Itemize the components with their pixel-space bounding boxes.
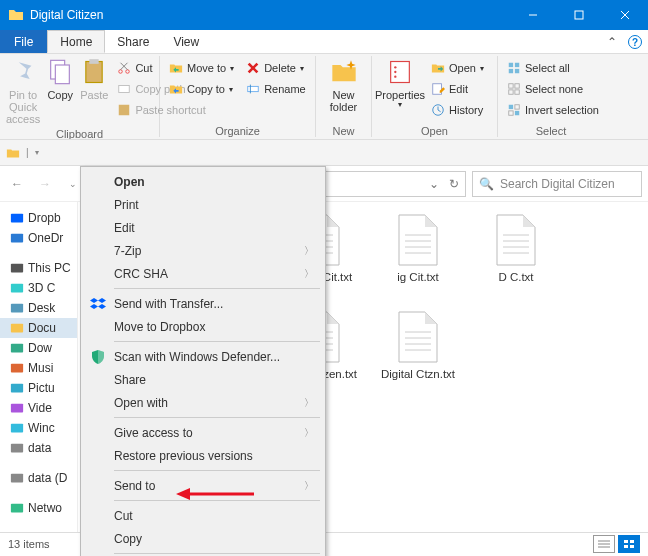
invert-selection-button[interactable]: Invert selection [504, 100, 602, 120]
svg-rect-6 [86, 62, 102, 83]
ctx-open[interactable]: Open [84, 170, 322, 193]
file-tab[interactable]: File [0, 30, 47, 53]
ctx-crc[interactable]: CRC SHA〉 [84, 262, 322, 285]
svg-point-21 [394, 76, 396, 78]
ctx-copy[interactable]: Copy [84, 527, 322, 550]
svg-rect-42 [11, 344, 23, 353]
svg-rect-7 [90, 59, 99, 64]
ctx-give-access[interactable]: Give access to〉 [84, 421, 322, 444]
sidebar-item[interactable]: Desk [0, 298, 77, 318]
minimize-button[interactable] [510, 0, 556, 30]
group-organize-label: Organize [164, 124, 311, 137]
ctx-share[interactable]: Share [84, 368, 322, 391]
history-button[interactable]: History [428, 100, 487, 120]
search-box[interactable]: 🔍 Search Digital Citizen [472, 171, 642, 197]
svg-rect-92 [630, 545, 634, 548]
history-icon [431, 103, 445, 117]
sidebar-item[interactable]: Pictu [0, 378, 77, 398]
copy-to-button[interactable]: Copy to ▾ [166, 79, 237, 99]
nav-pane[interactable]: DropbOneDrThis PC3D CDeskDocuDowMusiPict… [0, 202, 78, 532]
path-icon [117, 82, 131, 96]
shield-icon [90, 349, 106, 365]
svg-rect-36 [11, 214, 23, 223]
help-button[interactable]: ? [628, 35, 642, 49]
ctx-edit[interactable]: Edit [84, 216, 322, 239]
select-all-button[interactable]: Select all [504, 58, 602, 78]
ctx-open-with[interactable]: Open with〉 [84, 391, 322, 414]
close-button[interactable] [602, 0, 648, 30]
ctx-cut[interactable]: Cut [84, 504, 322, 527]
title-bar: Digital Citizen [0, 0, 648, 30]
svg-rect-26 [509, 69, 513, 73]
copy-button[interactable]: Copy [44, 56, 76, 103]
sidebar-item[interactable]: data (D [0, 468, 77, 488]
properties-button[interactable]: Properties▾ [376, 56, 424, 112]
sidebar-item[interactable]: OneDr [0, 228, 77, 248]
share-tab[interactable]: Share [105, 30, 161, 53]
sidebar-item[interactable]: This PC [0, 258, 77, 278]
home-tab[interactable]: Home [47, 30, 105, 53]
svg-rect-31 [515, 90, 519, 94]
ctx-7zip[interactable]: 7-Zip〉 [84, 239, 322, 262]
invert-icon [507, 103, 521, 117]
paste-button[interactable]: Paste [78, 56, 110, 103]
svg-rect-24 [509, 63, 513, 67]
svg-rect-18 [391, 62, 410, 83]
select-all-icon [507, 61, 521, 75]
back-button[interactable]: ← [6, 173, 28, 195]
svg-rect-46 [11, 424, 23, 433]
sidebar-item[interactable]: Vide [0, 398, 77, 418]
file-item[interactable]: Digital Ctzn.txt [376, 307, 460, 381]
collapse-ribbon-button[interactable]: ⌃ [602, 30, 622, 53]
icons-view-button[interactable] [618, 535, 640, 553]
file-item[interactable]: ig Cit.txt [376, 210, 460, 299]
svg-rect-45 [11, 404, 23, 413]
delete-button[interactable]: Delete ▾ [243, 58, 309, 78]
file-item[interactable]: D C.txt [474, 210, 558, 299]
svg-rect-37 [11, 234, 23, 243]
sidebar-item[interactable]: Dropb [0, 208, 77, 228]
move-to-button[interactable]: Move to ▾ [166, 58, 237, 78]
open-icon [431, 61, 445, 75]
open-button[interactable]: Open ▾ [428, 58, 487, 78]
ctx-print[interactable]: Print [84, 193, 322, 216]
sidebar-item[interactable]: Musi [0, 358, 77, 378]
sidebar-item[interactable]: Docu [0, 318, 77, 338]
sidebar-item[interactable]: data [0, 438, 77, 458]
group-new-label: New [320, 124, 367, 137]
select-none-button[interactable]: Select none [504, 79, 602, 99]
svg-rect-43 [11, 364, 23, 373]
sidebar-item[interactable]: Winc [0, 418, 77, 438]
svg-rect-33 [515, 111, 519, 115]
svg-rect-12 [119, 86, 130, 93]
ctx-send-transfer[interactable]: Send with Transfer... [84, 292, 322, 315]
svg-rect-38 [11, 264, 23, 273]
scissors-icon [117, 61, 131, 75]
details-view-button[interactable] [593, 535, 615, 553]
ctx-defender[interactable]: Scan with Windows Defender... [84, 345, 322, 368]
new-folder-button[interactable]: New folder [320, 56, 367, 115]
edit-button[interactable]: Edit [428, 79, 487, 99]
sidebar-item[interactable]: Netwo [0, 498, 77, 518]
shortcut-icon [117, 103, 131, 117]
copy-icon [46, 58, 74, 86]
svg-rect-49 [11, 504, 23, 513]
svg-rect-13 [119, 105, 130, 116]
dropbox-icon [90, 296, 106, 312]
forward-button[interactable]: → [34, 173, 56, 195]
pin-quick-access-button[interactable]: Pin to Quick access [4, 56, 42, 127]
svg-rect-34 [515, 105, 519, 109]
ctx-move-dropbox[interactable]: Move to Dropbox [84, 315, 322, 338]
folder-icon [8, 7, 24, 23]
maximize-button[interactable] [556, 0, 602, 30]
sidebar-item[interactable]: Dow [0, 338, 77, 358]
folder-copy-icon [169, 82, 183, 96]
select-none-icon [507, 82, 521, 96]
ctx-restore[interactable]: Restore previous versions [84, 444, 322, 467]
sidebar-item[interactable]: 3D C [0, 278, 77, 298]
rename-button[interactable]: Rename [243, 79, 309, 99]
group-open-label: Open [376, 124, 493, 137]
view-tab[interactable]: View [161, 30, 211, 53]
pin-icon [9, 58, 37, 86]
svg-rect-44 [11, 384, 23, 393]
